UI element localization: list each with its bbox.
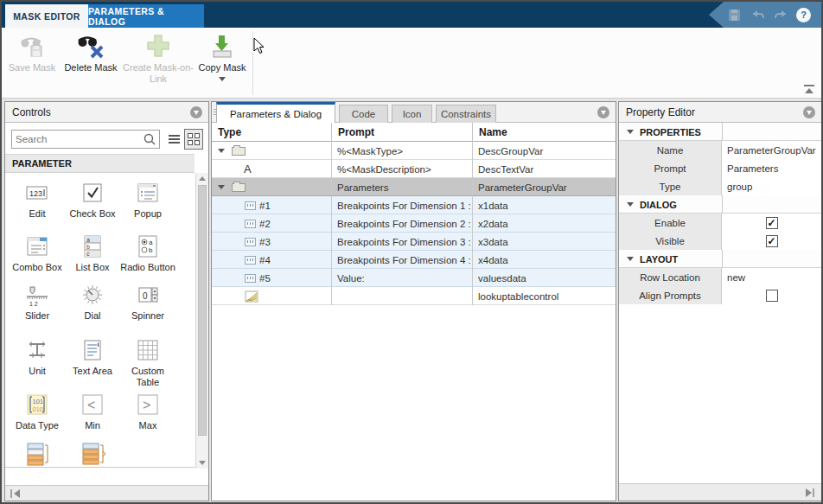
table-row-x3data[interactable]: #3Breakpoints For Dimension 3 :x3data	[212, 233, 616, 251]
cell-prompt[interactable]: Breakpoints For Dimension 1 :	[332, 196, 473, 214]
control-item-combo-box[interactable]: Combo Box	[10, 233, 65, 273]
cell-prompt[interactable]: Value:	[332, 269, 473, 287]
cell-prompt[interactable]: Breakpoints For Dimension 2 :	[332, 214, 473, 233]
align-prompts-checkbox[interactable]	[766, 290, 778, 302]
cell-prompt[interactable]: Breakpoints For Dimension 4 :	[332, 251, 473, 269]
grid-view-button[interactable]	[184, 129, 203, 150]
property-value-cell[interactable]: new	[722, 268, 821, 286]
control-item-label: Data Type	[10, 420, 65, 431]
collapse-panel-icon[interactable]	[190, 106, 202, 118]
undo-icon[interactable]	[750, 7, 765, 22]
tab-mask-editor[interactable]: MASK EDITOR	[5, 4, 88, 28]
control-item-check-box[interactable]: Check Box	[65, 180, 120, 220]
table-row-x4data[interactable]: #4Breakpoints For Dimension 4 :x4data	[212, 251, 616, 269]
svg-text:1 2: 1 2	[29, 301, 38, 307]
column-header-prompt[interactable]: Prompt	[332, 123, 473, 142]
save-icon[interactable]	[726, 7, 742, 22]
controls-vertical-scrollbar[interactable]	[195, 173, 208, 469]
list-view-button[interactable]	[164, 129, 183, 150]
tab-code[interactable]: Code	[339, 105, 388, 123]
cell-name[interactable]: DescTextVar	[473, 160, 616, 178]
cell-prompt[interactable]: %<MaskDescription>	[332, 160, 473, 178]
cell-type: A	[212, 160, 332, 178]
cell-name[interactable]: valuesdata	[473, 269, 616, 287]
table-row-x1data[interactable]: #1Breakpoints For Dimension 1 :x1data	[212, 196, 616, 214]
section-header-properties[interactable]: PROPERTIES	[619, 123, 821, 141]
control-item-edit[interactable]: 123Edit	[10, 180, 65, 220]
scrollbar-thumb[interactable]	[198, 185, 207, 436]
cell-prompt[interactable]: Parameters	[332, 178, 473, 196]
visible-checkbox[interactable]: ✓	[766, 235, 778, 247]
delete-mask-button[interactable]: Delete Mask	[58, 32, 124, 73]
control-item-min[interactable]: <Min	[65, 392, 120, 431]
table-row-valuesdata[interactable]: #5Value:valuesdata	[212, 269, 616, 287]
section-collapse-icon[interactable]	[627, 257, 634, 261]
property-value-cell[interactable]: group	[722, 177, 821, 195]
scroll-down-icon[interactable]	[199, 461, 206, 465]
section-header-layout[interactable]: LAYOUT	[619, 250, 821, 268]
tab-parameters-dialog[interactable]: Parameters & Dialog	[216, 102, 335, 123]
tree-expand-icon[interactable]	[218, 149, 225, 153]
table-row-lookuptablecontrol[interactable]: lookuptablecontrol	[212, 287, 616, 305]
cell-name[interactable]: x1data	[473, 196, 616, 214]
tab-parameters-dialog[interactable]: PARAMETERS & DIALOG	[88, 4, 204, 28]
table-row-ParameterGroupVar[interactable]: ParametersParameterGroupVar	[212, 178, 616, 196]
property-horizontal-scrollbar[interactable]	[619, 483, 821, 501]
control-item-slider[interactable]: 1 2Slider	[10, 282, 65, 322]
control-item-custom-table[interactable]: Custom Table	[120, 337, 175, 388]
table-row-DescTextVar[interactable]: A%<MaskDescription>DescTextVar	[212, 160, 616, 178]
collapse-panel-icon[interactable]	[597, 106, 609, 118]
control-item-data-type[interactable]: 101010Data Type	[10, 392, 65, 431]
help-icon[interactable]: ?	[796, 8, 811, 22]
control-item-list-box[interactable]: abcList Box	[65, 233, 120, 273]
save-mask-button: Save Mask	[5, 32, 59, 73]
control-item-label: Spinner	[120, 310, 175, 322]
property-editor-header: Property Editor	[619, 102, 821, 123]
section-collapse-icon[interactable]	[627, 202, 634, 207]
control-item-popup[interactable]: Popup	[120, 180, 175, 220]
controls-horizontal-scrollbar[interactable]	[5, 485, 208, 501]
cell-prompt[interactable]: %<MaskType>	[332, 142, 473, 160]
minimize-ribbon-icon[interactable]	[804, 85, 814, 93]
control-item-unit[interactable]: Unit	[10, 337, 65, 377]
tree-expand-icon[interactable]	[218, 185, 225, 189]
control-item-text-area[interactable]: Text Area	[65, 337, 120, 377]
enable-checkbox[interactable]: ✓	[766, 217, 778, 229]
property-value-cell[interactable]: ParameterGroupVar	[722, 141, 821, 159]
cell-name[interactable]: x3data	[473, 233, 616, 251]
search-input[interactable]	[12, 131, 138, 148]
copy-mask-button[interactable]: Copy Mask	[194, 32, 251, 81]
cell-prompt[interactable]	[332, 287, 473, 305]
cell-name[interactable]: ParameterGroupVar	[473, 178, 616, 196]
control-item-max[interactable]: >Max	[120, 392, 175, 431]
redo-icon[interactable]	[773, 7, 788, 22]
cell-name[interactable]: DescGroupVar	[473, 142, 616, 160]
dropdown-arrow-icon[interactable]	[219, 77, 226, 81]
dialog-editor-panel: Parameters & DialogCodeIconConstraints T…	[211, 101, 616, 501]
tab-constraints[interactable]: Constraints	[436, 105, 496, 123]
cell-name[interactable]: x4data	[473, 251, 616, 269]
save-mask-icon	[5, 32, 59, 60]
column-header-type[interactable]: Type	[212, 123, 332, 142]
tab-icon[interactable]: Icon	[392, 105, 432, 123]
control-item-spinner[interactable]: 0Spinner	[120, 282, 175, 322]
table-row-x2data[interactable]: #2Breakpoints For Dimension 2 :x2data	[212, 214, 616, 233]
section-header-dialog[interactable]: DIALOG	[619, 195, 821, 214]
section-collapse-icon[interactable]	[627, 130, 634, 134]
table-row-DescGroupVar[interactable]: %<MaskType>DescGroupVar	[212, 142, 616, 160]
property-value-cell[interactable]: Parameters	[722, 159, 821, 177]
spinner-icon: 0	[120, 282, 175, 308]
cell-prompt[interactable]: Breakpoints For Dimension 3 :	[332, 233, 473, 251]
control-item-dial[interactable]: Dial	[65, 282, 120, 322]
control-item-label: List Box	[65, 262, 120, 273]
cell-type: #3	[212, 233, 332, 251]
svg-text:010: 010	[33, 405, 44, 413]
cell-name[interactable]: x2data	[473, 214, 616, 233]
datatype-icon: 101010	[10, 392, 65, 418]
cell-name[interactable]: lookuptablecontrol	[473, 287, 616, 305]
column-header-name[interactable]: Name	[473, 123, 616, 142]
collapse-panel-icon[interactable]	[803, 106, 815, 118]
control-item-radio-button[interactable]: abRadio Button	[120, 233, 175, 273]
row-index-label: #1	[259, 201, 271, 211]
scroll-up-icon[interactable]	[199, 176, 206, 181]
